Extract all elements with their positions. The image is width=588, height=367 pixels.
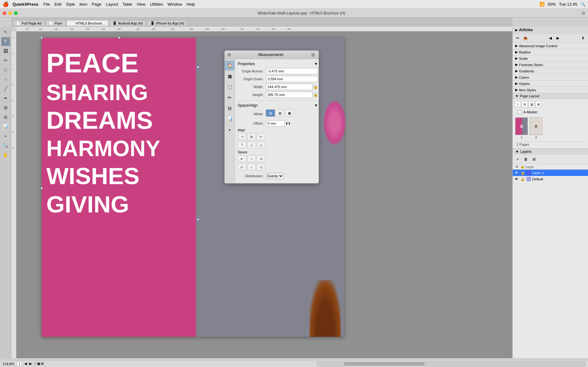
arrow-right-icon[interactable]: ▶ [554,34,562,42]
mode-btn-3[interactable]: ▦ [285,110,294,116]
a-master-checkbox[interactable] [518,110,522,114]
measurements-titlebar[interactable]: ⚙ Measurements ⊞ [225,51,319,59]
space-v-btn-1[interactable]: ▷ [238,163,246,170]
rect-tool[interactable]: □ [1,65,10,74]
search-icon[interactable]: 🔍 [580,2,585,7]
picture-tool[interactable]: 🖼 [1,47,10,55]
drop-shadow-tab[interactable]: ✏ [225,93,235,103]
layer1-vis-icon[interactable]: 👁 [514,170,519,175]
colors-section[interactable]: ▶ Colors [513,74,588,81]
layers-header[interactable]: ▼ Layers [513,148,588,155]
arrow-left-status[interactable]: ◀ [24,362,27,366]
pointer-tool[interactable]: ↖ [1,28,10,37]
view-full-icon[interactable]: ⊞ [41,362,44,366]
utilities-menu[interactable]: Utilities [150,2,163,7]
chart-tool[interactable]: 📊 [1,122,10,131]
app-menu[interactable]: QuarkXPress [13,2,38,7]
merge-layer-btn[interactable]: ⊞ [530,155,538,163]
scrollbar-area[interactable] [317,362,585,366]
origin-down-input[interactable] [266,76,318,82]
page-thumb-2[interactable]: A 2 [530,117,542,139]
articles-header[interactable]: ▶ Articles [513,26,588,34]
layout-menu[interactable]: Layout [106,2,118,7]
advanced-image-section[interactable]: ▶ Advanced Image Control [513,43,588,49]
space-v-btn-3[interactable]: ◁ [257,163,265,170]
scrollbar-thumb[interactable] [344,362,424,365]
align-right-btn[interactable]: ⊢ [257,133,265,140]
arrow-left-icon[interactable]: ◀ [547,34,554,42]
runaround-tab[interactable]: ⬚ [225,82,235,92]
settings-icon[interactable]: ⚙ [581,11,585,16]
delete-layer-btn[interactable]: 🗑 [522,155,530,163]
view-normal-icon[interactable]: □ [34,362,37,366]
selection-handle-ml[interactable] [41,187,43,189]
page-field[interactable]: 1 [17,361,22,366]
line-tool[interactable]: ╱ [1,84,10,93]
page-icon-4[interactable]: ⊞ [535,101,542,107]
align-top-btn[interactable]: ⊤ [238,141,246,148]
space-h-btn-3[interactable]: ⇥ [257,155,265,162]
oval-tool[interactable]: ○ [1,75,10,84]
tab-androidapp[interactable]: 📱 Android App (H) [109,20,146,26]
file-menu[interactable]: File [43,2,50,7]
offset-input[interactable] [266,120,285,127]
add-layer-btn[interactable]: + [514,155,522,163]
distribution-select[interactable]: Evenly [266,173,284,179]
clipping-tab[interactable]: ▪ [225,125,235,135]
close-button[interactable] [3,11,6,15]
page-icon-3[interactable]: ▤ [528,101,535,107]
space-v-btn-2[interactable]: ↕ [247,163,256,170]
expand-icon[interactable]: ⬇ [579,34,587,42]
gradients-section[interactable]: ▶ Gradients [513,68,588,74]
page-menu[interactable]: Page [92,2,101,7]
item-menu[interactable]: Item [79,2,87,7]
draw-tool[interactable]: ✏ [1,56,10,65]
width-input[interactable] [266,84,313,90]
tab-flyer[interactable]: 📄 Flyer [45,20,66,26]
hand-tool[interactable]: ✋ [1,150,10,159]
space-h-btn-1[interactable]: ⇤ [238,155,246,162]
table-menu[interactable]: Table [123,2,132,7]
footnote-styles-section[interactable]: ▶ Footnote Styles [513,62,588,68]
minimize-button[interactable] [8,11,12,15]
page-layout-section[interactable]: ▼ Page Layout [513,93,588,99]
page-icon-1[interactable]: □ [515,101,521,107]
composition-tool[interactable]: ⧉ [1,113,10,121]
style-menu[interactable]: Style [66,2,75,7]
scale-section[interactable]: ▶ Scale [513,55,588,62]
selection-handle-tm[interactable] [118,37,120,39]
selection-handle-tr[interactable] [197,66,199,68]
edit-icon[interactable]: ✏ [514,34,522,42]
box-tool[interactable]: ▪ [1,132,10,140]
maximize-button[interactable] [14,11,18,15]
redline-section[interactable]: ▶ Redline [513,49,588,55]
tab-iphoneapp[interactable]: 📱 iPhone 6s App (H) [147,20,187,26]
table-tool[interactable]: ⊞ [1,103,10,112]
properties-tab[interactable]: 🏠 [225,60,235,71]
edit-menu[interactable]: Edit [55,2,61,7]
offset-stepper[interactable]: ⬆⬇ [285,122,291,125]
mode-btn-1[interactable]: ▤ [266,110,275,116]
help-menu[interactable]: Help [187,2,195,7]
selection-handle-br[interactable] [197,218,199,220]
properties-dropdown[interactable]: ▼ [314,62,318,66]
export-icon[interactable]: 📤 [522,34,529,42]
lock-icon[interactable]: 🔒 [313,85,318,89]
window-menu[interactable]: Window [168,2,182,7]
chart-tab[interactable]: 📊 [225,114,235,124]
space-h-btn-2[interactable]: ↔ [247,155,256,162]
pen-tool[interactable]: ✒ [1,94,10,103]
height-input[interactable] [266,92,313,98]
apple-menu[interactable]: 🍎 [3,1,9,7]
zoom-tool[interactable]: 🔍 [1,141,10,150]
glyphs-section[interactable]: ▶ Glyphs [513,81,588,87]
arrow-right-status[interactable]: ▶ [29,362,32,366]
mode-btn-2[interactable]: ▥ [275,110,284,116]
settings-icon[interactable]: ⚙ [227,52,231,57]
page-icon-2[interactable]: ⊟ [522,101,528,107]
default-layer-vis-icon[interactable]: 👁 [514,177,519,182]
origin-across-input[interactable] [266,68,318,74]
lock-icon-2[interactable]: 🔒 [313,93,318,97]
view-menu[interactable]: View [137,2,146,7]
align-center-h-btn[interactable]: ⊟ [247,133,256,140]
